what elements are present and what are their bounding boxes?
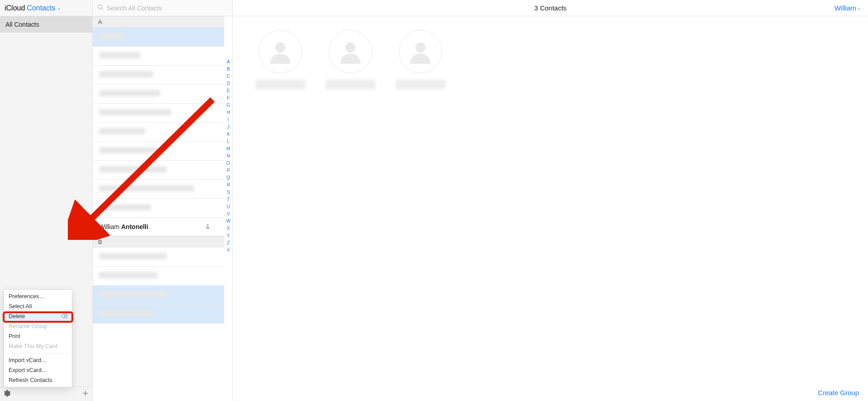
alpha-index-l[interactable]: L: [224, 139, 232, 144]
contact-row[interactable]: [93, 286, 224, 305]
alpha-index-p[interactable]: P: [224, 168, 232, 173]
contact-row[interactable]: [93, 267, 224, 286]
alpha-index-s[interactable]: S: [224, 190, 232, 195]
alpha-index-h[interactable]: H: [224, 110, 232, 115]
alpha-index-n[interactable]: N: [224, 153, 232, 158]
menu-item-delete[interactable]: Delete: [4, 311, 72, 321]
sidebar-footer: [0, 387, 92, 401]
redacted-name: [99, 90, 160, 96]
contact-row[interactable]: [93, 305, 224, 324]
account-menu[interactable]: William ⌄: [835, 4, 861, 12]
contact-row[interactable]: William Antonelli: [93, 218, 224, 236]
redacted-name: [99, 291, 167, 297]
svg-point-9: [275, 43, 286, 53]
alpha-index-z[interactable]: Z: [224, 240, 232, 245]
redacted-name: [99, 253, 167, 259]
alpha-index-f[interactable]: F: [224, 95, 232, 100]
redacted-name: [99, 166, 167, 172]
chevron-down-icon: ⌄: [857, 5, 861, 10]
chevron-down-icon: ⌄: [57, 5, 61, 10]
detail-pane: Create Group: [233, 16, 868, 401]
svg-line-1: [101, 8, 103, 10]
contact-list-scroll[interactable]: A William AntonelliB: [93, 16, 224, 401]
redacted-sub: [267, 96, 294, 102]
redacted-name: [396, 80, 445, 90]
alpha-index-c[interactable]: C: [224, 74, 232, 79]
app-section-picker[interactable]: Contacts ⌄: [27, 4, 60, 12]
menu-separator: [4, 353, 72, 353]
contact-name: William Antonelli: [99, 223, 148, 230]
alpha-index-d[interactable]: D: [224, 81, 232, 86]
header: iCloud Contacts ⌄ 3 Contacts William ⌄: [0, 0, 868, 16]
contact-row[interactable]: [93, 85, 224, 104]
alpha-index-x[interactable]: X: [224, 226, 232, 231]
menu-item-make-this-my-card: Make This My Card: [4, 341, 72, 351]
menu-item-label: Rename Group: [9, 323, 47, 329]
avatar-placeholder-icon: [259, 30, 302, 73]
menu-item-import-vcard[interactable]: Import vCard…: [4, 355, 72, 365]
contact-row[interactable]: [93, 142, 224, 161]
menu-item-refresh-contacts[interactable]: Refresh Contacts: [4, 375, 72, 385]
gear-icon[interactable]: [3, 389, 11, 399]
search-input[interactable]: [107, 5, 228, 12]
menu-item-label: Print: [9, 333, 20, 339]
alpha-index-w[interactable]: W: [224, 219, 232, 224]
redacted-name: [99, 128, 145, 134]
contact-row[interactable]: [93, 47, 224, 66]
redacted-sub: [337, 96, 364, 102]
menu-item-rename-group: Rename Group: [4, 321, 72, 331]
avatar: [255, 30, 305, 102]
account-name: William: [835, 4, 856, 12]
sidebar-item-all-contacts[interactable]: All Contacts: [0, 16, 92, 33]
avatar-placeholder-icon: [329, 30, 372, 73]
redacted-name: [99, 147, 159, 153]
alpha-index-e[interactable]: E: [224, 88, 232, 93]
alpha-index-j[interactable]: J: [224, 124, 232, 129]
menu-item-select-all[interactable]: Select All: [4, 301, 72, 311]
svg-point-8: [207, 224, 208, 226]
contact-row[interactable]: [93, 104, 224, 123]
menu-item-print[interactable]: Print: [4, 331, 72, 341]
plus-icon[interactable]: [81, 389, 90, 399]
contact-row[interactable]: [93, 180, 224, 199]
alpha-index-r[interactable]: R: [224, 182, 232, 187]
menu-item-label: Make This My Card: [9, 343, 57, 349]
contact-row[interactable]: [93, 28, 224, 47]
section-header: B: [93, 236, 224, 248]
contact-row[interactable]: [93, 123, 224, 142]
app-section-label: Contacts: [27, 4, 55, 12]
redacted-name: [99, 71, 153, 77]
alpha-index-a[interactable]: A: [224, 59, 232, 64]
menu-item-export-vcard[interactable]: Export vCard…: [4, 365, 72, 375]
contact-row[interactable]: [93, 248, 224, 267]
menu-item-label: Import vCard…: [9, 357, 47, 363]
gear-menu: Preferences…Select AllDeleteRename Group…: [4, 289, 72, 387]
alpha-index-b[interactable]: B: [224, 67, 232, 72]
alpha-index: ABCDEFGHIJKLMNOPQRSTUVWXYZ#: [224, 16, 232, 401]
contact-list: A William AntonelliB ABCDEFGHIJKLMNOPQRS…: [93, 16, 233, 401]
menu-item-preferences[interactable]: Preferences…: [4, 291, 72, 301]
create-group-button[interactable]: Create Group: [818, 389, 859, 396]
page-title: 3 Contacts: [534, 4, 567, 12]
contact-row[interactable]: [93, 161, 224, 180]
alpha-index-g[interactable]: G: [224, 103, 232, 108]
alpha-index-q[interactable]: Q: [224, 175, 232, 180]
selected-contacts-avatars: [233, 16, 868, 102]
alpha-index-v[interactable]: V: [224, 211, 232, 216]
contact-row[interactable]: [93, 66, 224, 85]
alpha-index-t[interactable]: T: [224, 197, 232, 202]
search-icon: [97, 4, 104, 12]
section-header: A: [93, 16, 224, 28]
alpha-index-o[interactable]: O: [224, 161, 232, 166]
alpha-index-#[interactable]: #: [224, 248, 232, 253]
detail-header: 3 Contacts William ⌄: [233, 0, 868, 16]
alpha-index-y[interactable]: Y: [224, 233, 232, 238]
alpha-index-i[interactable]: I: [224, 117, 232, 122]
alpha-index-m[interactable]: M: [224, 146, 232, 151]
alpha-index-u[interactable]: U: [224, 204, 232, 209]
redacted-name: [99, 204, 151, 210]
alpha-index-k[interactable]: K: [224, 132, 232, 137]
redacted-name: [99, 185, 194, 191]
contact-row[interactable]: [93, 199, 224, 218]
menu-item-label: Export vCard…: [9, 367, 47, 373]
